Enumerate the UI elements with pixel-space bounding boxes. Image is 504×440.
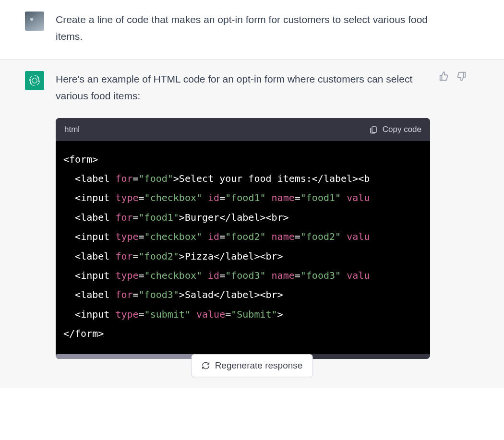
code-line: <label for="food">Select your food items… xyxy=(63,169,422,188)
thumbs-down-button[interactable] xyxy=(456,71,467,82)
clipboard-icon xyxy=(369,125,378,134)
assistant-message-row: Here's an example of HTML code for an op… xyxy=(0,59,504,387)
openai-logo-icon xyxy=(28,74,41,87)
thumbs-up-button[interactable] xyxy=(439,71,449,82)
code-line: <input type="checkbox" id="food2" name="… xyxy=(63,227,422,246)
code-header: html Copy code xyxy=(56,118,430,141)
code-line: </form> xyxy=(63,324,422,343)
copy-code-button[interactable]: Copy code xyxy=(369,123,421,136)
code-line: <input type="submit" value="Submit"> xyxy=(63,305,422,324)
code-block: html Copy code <form> <label for="food">… xyxy=(56,118,430,359)
svg-point-0 xyxy=(32,78,37,83)
assistant-intro-text: Here's an example of HTML code for an op… xyxy=(56,71,430,104)
feedback-controls xyxy=(439,71,467,358)
user-avatar xyxy=(25,12,44,31)
svg-rect-1 xyxy=(372,127,376,132)
code-language-label: html xyxy=(64,123,80,136)
code-content[interactable]: <form> <label for="food">Select your foo… xyxy=(56,141,430,354)
thumbs-down-icon xyxy=(456,71,467,82)
code-line: <label for="food3">Salad</label><br> xyxy=(63,285,422,304)
code-line: <form> xyxy=(63,150,422,169)
refresh-icon xyxy=(202,361,210,370)
assistant-body: Here's an example of HTML code for an op… xyxy=(56,71,430,358)
assistant-avatar xyxy=(25,71,44,90)
code-line: <input type="checkbox" id="food3" name="… xyxy=(63,266,422,285)
thumbs-up-icon xyxy=(439,71,449,82)
regenerate-button[interactable]: Regenerate response xyxy=(192,354,313,377)
user-prompt-text: Create a line of code that makes an opt-… xyxy=(56,12,430,45)
code-line: <input type="checkbox" id="food1" name="… xyxy=(63,188,422,207)
regenerate-label: Regenerate response xyxy=(215,360,303,371)
user-message-row: Create a line of code that makes an opt-… xyxy=(0,0,504,59)
code-line: <label for="food1">Burger</label><br> xyxy=(63,208,422,227)
copy-code-label: Copy code xyxy=(383,123,421,136)
code-line: <label for="food2">Pizza</label><br> xyxy=(63,247,422,266)
